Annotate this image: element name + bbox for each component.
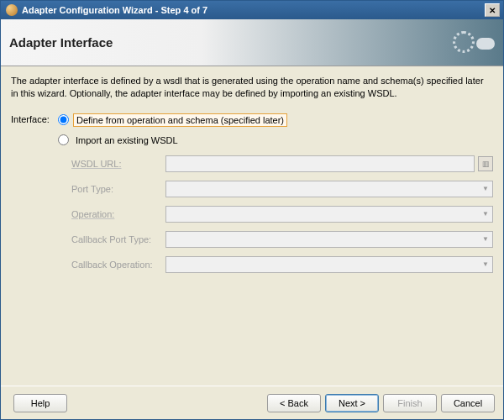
back-button[interactable]: < Back <box>267 394 321 412</box>
chevron-down-icon: ▼ <box>482 260 489 268</box>
next-button[interactable]: Next > <box>325 394 379 412</box>
title-bar: Adapter Configuration Wizard - Step 4 of… <box>1 1 503 19</box>
wizard-content: The adapter interface is defined by a ws… <box>1 66 503 386</box>
port-type-label: Port Type: <box>71 184 165 194</box>
interface-row: Interface: Define from operation and sch… <box>11 112 493 152</box>
description-text: The adapter interface is defined by a ws… <box>11 75 493 100</box>
callback-port-type-label: Callback Port Type: <box>71 234 165 244</box>
radio-import[interactable]: Import an existing WSDL <box>58 132 493 149</box>
wizard-footer: Help < Back Next > Finish Cancel <box>1 386 503 419</box>
radio-import-label: Import an existing WSDL <box>73 134 181 146</box>
page-heading: Adapter Interface <box>9 35 113 50</box>
chevron-down-icon: ▼ <box>482 185 489 192</box>
plug-icon <box>476 38 495 50</box>
radio-define[interactable]: Define from operation and schema (specif… <box>58 112 493 129</box>
chevron-down-icon: ▼ <box>482 210 489 218</box>
operation-combo[interactable]: ▼ <box>165 206 493 223</box>
wizard-header: Adapter Interface <box>1 19 503 66</box>
callback-port-type-field: Callback Port Type: ▼ <box>71 231 493 248</box>
radio-import-input[interactable] <box>58 134 69 145</box>
callback-operation-label: Callback Operation: <box>71 260 165 270</box>
chevron-down-icon: ▼ <box>482 235 489 243</box>
window-title: Adapter Configuration Wizard - Step 4 of… <box>22 5 485 15</box>
radio-define-input[interactable] <box>58 114 69 125</box>
help-button[interactable]: Help <box>13 394 67 412</box>
operation-label: Operation: <box>71 209 165 219</box>
callback-port-type-combo[interactable]: ▼ <box>165 231 493 248</box>
browse-icon[interactable]: ▥ <box>478 156 493 171</box>
wsdl-sub-form: WSDL URL: ▥ Port Type: ▼ Operation: ▼ Ca… <box>71 155 493 273</box>
finish-button[interactable]: Finish <box>383 394 437 412</box>
wsdl-url-label: WSDL URL: <box>71 159 165 169</box>
gear-icon <box>453 31 475 53</box>
radio-define-label: Define from operation and schema (specif… <box>73 113 287 127</box>
app-icon <box>6 4 18 16</box>
interface-radio-group: Define from operation and schema (specif… <box>58 112 493 152</box>
port-type-combo[interactable]: ▼ <box>165 181 493 197</box>
operation-field: Operation: ▼ <box>71 206 493 223</box>
callback-operation-combo[interactable]: ▼ <box>165 256 493 273</box>
port-type-field: Port Type: ▼ <box>71 181 493 197</box>
close-button[interactable]: ✕ <box>485 3 500 17</box>
wsdl-url-input[interactable] <box>165 155 475 172</box>
cancel-button[interactable]: Cancel <box>441 394 495 412</box>
header-graphic <box>444 28 495 58</box>
wsdl-url-field: WSDL URL: ▥ <box>71 155 493 172</box>
callback-operation-field: Callback Operation: ▼ <box>71 256 493 273</box>
interface-label: Interface: <box>11 112 58 124</box>
